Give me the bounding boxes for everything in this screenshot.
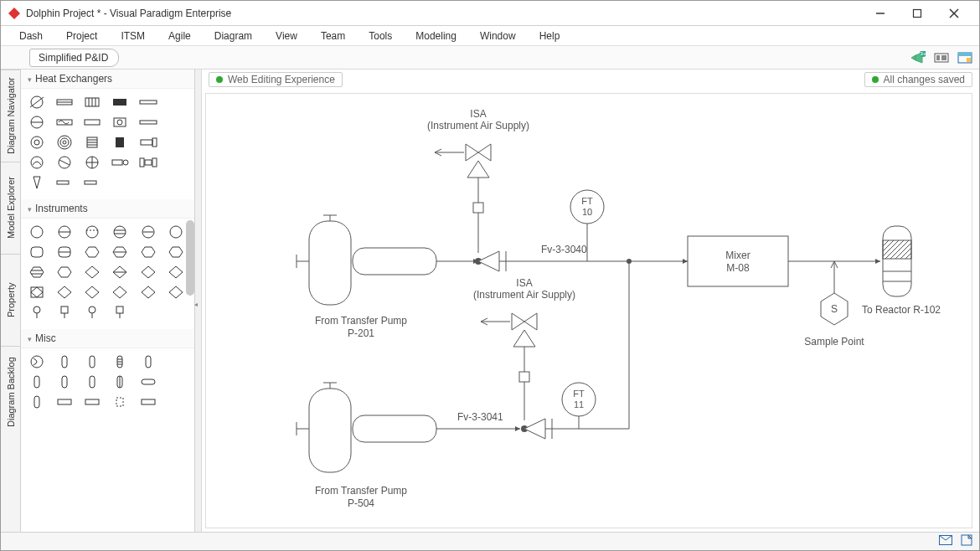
vtab-property[interactable]: Property xyxy=(1,254,20,346)
shape-item[interactable] xyxy=(165,304,187,321)
menu-diagram[interactable]: Diagram xyxy=(203,30,264,42)
shape-item[interactable] xyxy=(26,264,48,281)
shape-item[interactable] xyxy=(109,284,131,301)
shape-item[interactable] xyxy=(165,94,187,111)
shape-item[interactable] xyxy=(26,114,48,131)
shape-item[interactable] xyxy=(137,244,159,260)
shape-item[interactable] xyxy=(26,224,48,240)
shape-item[interactable] xyxy=(109,174,131,191)
vtab-model-explorer[interactable]: Model Explorer xyxy=(1,162,20,254)
node-pump-2[interactable]: From Transfer Pump P-504 xyxy=(297,383,436,509)
shape-item[interactable] xyxy=(109,264,131,281)
shape-item[interactable] xyxy=(109,373,131,390)
diagram-tab[interactable]: Simplified P&ID xyxy=(29,49,119,67)
shape-item[interactable] xyxy=(54,244,75,260)
menu-window[interactable]: Window xyxy=(468,30,528,42)
shape-item[interactable] xyxy=(165,244,187,260)
shape-item[interactable] xyxy=(54,373,75,390)
menu-dash[interactable]: Dash xyxy=(8,30,54,42)
shape-item[interactable] xyxy=(165,284,187,301)
shape-item[interactable] xyxy=(81,304,103,321)
node-mixer[interactable]: Mixer M-08 xyxy=(688,236,788,286)
shape-item[interactable] xyxy=(137,174,159,191)
palette-cat-heat-exchangers[interactable]: Heat Exchangers xyxy=(21,70,194,89)
menu-agile[interactable]: Agile xyxy=(157,30,203,42)
note-icon[interactable] xyxy=(961,534,972,548)
shape-item[interactable] xyxy=(165,134,187,151)
node-isa-2[interactable]: ISA (Instrument Air Supply) xyxy=(473,277,575,420)
shape-item[interactable] xyxy=(81,244,103,260)
shape-item[interactable] xyxy=(26,134,48,151)
shape-item[interactable] xyxy=(109,94,131,111)
palette-cat-misc[interactable]: Misc xyxy=(21,329,194,348)
maximize-button[interactable] xyxy=(899,2,936,25)
shape-item[interactable] xyxy=(54,264,75,281)
shape-item[interactable] xyxy=(81,284,103,301)
shape-item[interactable] xyxy=(54,353,75,370)
shape-item[interactable] xyxy=(81,353,103,370)
shape-item[interactable] xyxy=(165,394,187,410)
shape-item[interactable] xyxy=(26,304,48,321)
shape-item[interactable] xyxy=(54,94,75,111)
shape-item[interactable] xyxy=(26,373,48,390)
node-sample-point[interactable]: S Sample Point xyxy=(804,261,864,348)
shape-item[interactable] xyxy=(26,244,48,260)
shape-item[interactable] xyxy=(137,94,159,111)
shape-item[interactable] xyxy=(109,154,131,171)
announce-icon[interactable]: 3+ xyxy=(909,49,927,66)
node-ft-11[interactable]: FT 11 xyxy=(562,383,596,429)
shape-item[interactable] xyxy=(165,353,187,370)
shape-item[interactable] xyxy=(81,154,103,171)
shape-item[interactable] xyxy=(26,174,48,191)
shape-item[interactable] xyxy=(81,174,103,191)
menu-help[interactable]: Help xyxy=(528,30,572,42)
layout-icon[interactable] xyxy=(932,49,951,66)
shape-item[interactable] xyxy=(26,154,48,171)
mail-icon[interactable] xyxy=(939,535,952,548)
node-valve-2[interactable] xyxy=(521,419,629,439)
shape-item[interactable] xyxy=(137,154,159,171)
shape-item[interactable] xyxy=(26,353,48,370)
shape-item[interactable] xyxy=(137,284,159,301)
shape-item[interactable] xyxy=(165,114,187,131)
menu-tools[interactable]: Tools xyxy=(357,30,404,42)
vtab-diagram-navigator[interactable]: Diagram Navigator xyxy=(1,70,20,162)
palette-view-icon[interactable] xyxy=(956,49,974,66)
node-isa-1[interactable]: ISA (Instrument Air Supply) xyxy=(427,108,529,253)
shape-item[interactable] xyxy=(54,154,75,171)
shape-item[interactable] xyxy=(165,174,187,191)
shape-item[interactable] xyxy=(109,134,131,151)
shape-item[interactable] xyxy=(109,394,131,410)
shape-item[interactable] xyxy=(26,284,48,301)
shape-item[interactable] xyxy=(137,394,159,410)
menu-project[interactable]: Project xyxy=(54,30,109,42)
shape-item[interactable] xyxy=(137,373,159,390)
shape-item[interactable] xyxy=(26,94,48,111)
node-valve-1[interactable]: Fv-3-3040 xyxy=(475,244,688,271)
shape-item[interactable] xyxy=(54,224,75,240)
shape-item[interactable] xyxy=(54,114,75,131)
node-reactor[interactable]: To Reactor R-102 xyxy=(862,226,941,316)
shape-item[interactable] xyxy=(54,394,75,410)
shape-item[interactable] xyxy=(109,114,131,131)
shape-item[interactable] xyxy=(81,94,103,111)
splitter-handle[interactable] xyxy=(195,70,202,532)
shape-item[interactable] xyxy=(109,353,131,370)
menu-modeling[interactable]: Modeling xyxy=(404,30,468,42)
shape-item[interactable] xyxy=(81,224,103,240)
node-pump-1[interactable]: From Transfer Pump P-201 xyxy=(297,215,436,339)
shape-item[interactable] xyxy=(54,174,75,191)
menu-itsm[interactable]: ITSM xyxy=(109,30,157,42)
shape-item[interactable] xyxy=(165,264,187,281)
shape-item[interactable] xyxy=(54,284,75,301)
palette-cat-instruments[interactable]: Instruments xyxy=(21,199,194,219)
shape-item[interactable] xyxy=(137,224,159,240)
shape-item[interactable] xyxy=(165,154,187,171)
shape-item[interactable] xyxy=(109,244,131,260)
close-button[interactable] xyxy=(936,2,972,25)
shape-item[interactable] xyxy=(81,264,103,281)
vtab-diagram-backlog[interactable]: Diagram Backlog xyxy=(1,346,20,438)
shape-item[interactable] xyxy=(165,373,187,390)
menu-team[interactable]: Team xyxy=(309,30,357,42)
shape-item[interactable] xyxy=(137,114,159,131)
